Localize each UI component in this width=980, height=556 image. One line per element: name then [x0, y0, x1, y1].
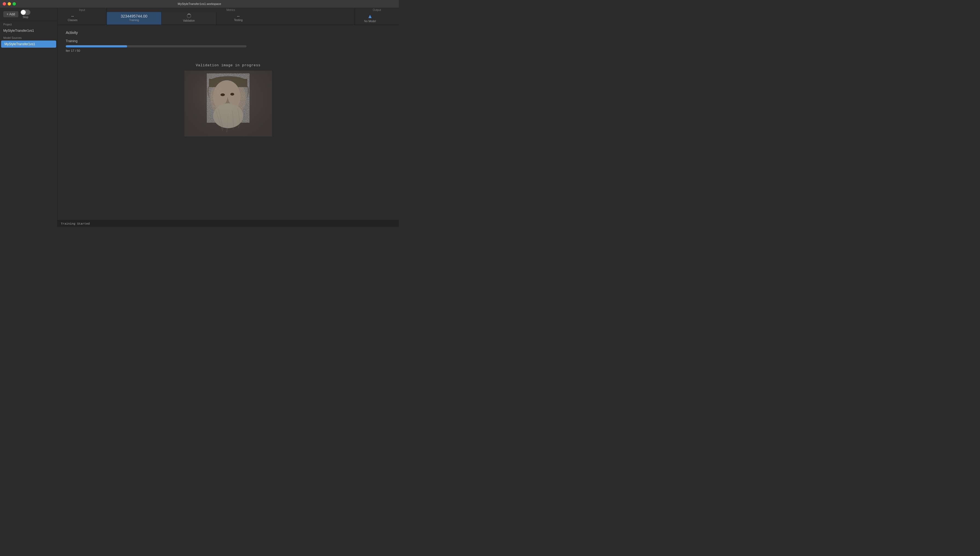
input-group: Input -- Classes [58, 8, 107, 25]
svg-rect-8 [184, 71, 272, 136]
progress-bar-fill [66, 45, 127, 47]
stop-toggle-track[interactable] [21, 10, 31, 15]
validation-area: Validation image in progress [66, 63, 391, 136]
input-group-cards: -- Classes [58, 12, 107, 25]
validation-image-container [184, 71, 272, 136]
sidebar-toolbar: + Add Stop [0, 8, 57, 21]
testing-label: Testing [234, 19, 243, 22]
activity-area: Activity Training Iter 17 / 50 Validatio… [58, 25, 399, 220]
stop-label: Stop [23, 16, 29, 19]
model-sources-label: Model Sources [0, 34, 57, 40]
metrics-row: Input -- Classes Metrics 3234495744.00 T… [58, 8, 399, 25]
sidebar-item-model[interactable]: MyStyleTransfer1vs1 [1, 40, 56, 48]
sidebar-project-item[interactable]: MyStyleTransfer1vs1 [0, 27, 57, 34]
titlebar: MyStyleTransfer1vs1.workspace [0, 0, 399, 8]
portrait-bg [184, 71, 272, 136]
output-group: Output ▲ No Model [355, 8, 399, 25]
validation-label: Validation [183, 19, 195, 22]
classes-label: Classes [68, 19, 77, 22]
output-group-header: Output [355, 8, 399, 12]
metrics-group-header: Metrics [107, 8, 355, 12]
main-content: Input -- Classes Metrics 3234495744.00 T… [58, 8, 399, 227]
input-group-header: Input [58, 8, 107, 12]
no-model-card[interactable]: ▲ No Model [355, 12, 385, 25]
classes-value: -- [71, 14, 74, 18]
output-group-cards: ▲ No Model [355, 12, 399, 25]
validation-spinner [187, 14, 191, 18]
app-body: + Add Stop Project MyStyleTransfer1vs1 M… [0, 8, 399, 227]
stop-toggle: Stop [21, 10, 31, 19]
sidebar: + Add Stop Project MyStyleTransfer1vs1 M… [0, 8, 58, 227]
add-button[interactable]: + Add [3, 11, 18, 17]
window-title: MyStyleTransfer1vs1.workspace [178, 2, 221, 5]
project-name: MyStyleTransfer1vs1 [3, 29, 34, 32]
progress-bar-track [66, 45, 247, 47]
metrics-group: Metrics 3234495744.00 Training Validatio… [107, 8, 355, 25]
activity-title: Activity [66, 31, 391, 35]
model-icon: ▲ [367, 13, 373, 19]
classes-card[interactable]: -- Classes [58, 12, 88, 25]
portrait-svg [184, 71, 272, 136]
training-label: Training [129, 19, 139, 22]
status-bar: Training Started [58, 220, 399, 227]
model-item-label: MyStyleTransfer1vs1 [4, 42, 35, 46]
testing-card[interactable]: -- Testing [216, 12, 260, 25]
training-section-label: Training [66, 39, 247, 43]
metrics-group-cards: 3234495744.00 Training Validation -- Tes… [107, 12, 355, 25]
validation-card[interactable]: Validation [161, 12, 216, 25]
training-value: 3234495744.00 [121, 14, 147, 18]
testing-value: -- [237, 14, 239, 18]
training-section: Training Iter 17 / 50 [66, 39, 247, 52]
training-card[interactable]: 3234495744.00 Training [107, 12, 161, 25]
validation-image-label: Validation image in progress [196, 63, 261, 67]
no-model-label: No Model [364, 20, 376, 23]
maximize-button[interactable] [13, 2, 16, 5]
project-section-label: Project [0, 21, 57, 27]
status-text: Training Started [61, 222, 90, 225]
iter-label: Iter 17 / 50 [66, 49, 247, 52]
traffic-lights [3, 2, 16, 5]
toggle-thumb [21, 10, 26, 15]
minimize-button[interactable] [8, 2, 11, 5]
close-button[interactable] [3, 2, 6, 5]
